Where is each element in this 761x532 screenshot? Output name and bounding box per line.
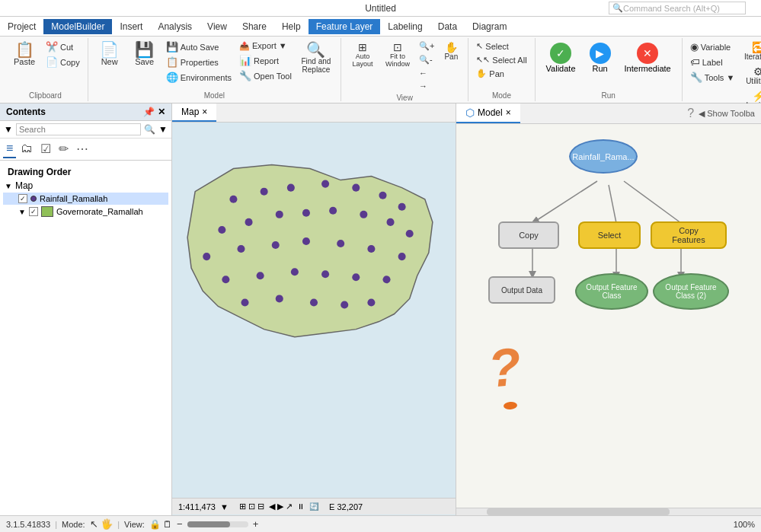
menu-diagram[interactable]: Diagram <box>465 19 514 34</box>
node-output-fc1[interactable]: Output Feature Class <box>575 273 648 310</box>
menu-modelbuilder[interactable]: ModelBuilder <box>43 19 112 34</box>
zoom-slider[interactable] <box>187 521 248 527</box>
tab-drawing[interactable]: ✏ <box>56 140 72 158</box>
menu-share[interactable]: Share <box>235 19 274 34</box>
run-button[interactable]: ▶ Run <box>584 40 617 76</box>
copy-button[interactable]: 📄 Copy <box>43 55 83 69</box>
tab-model[interactable]: ⬡ Model × <box>456 104 520 123</box>
layer-check-governorate[interactable] <box>29 207 38 216</box>
point-12 <box>329 207 337 215</box>
map-tab-close-icon[interactable]: × <box>202 107 207 117</box>
point-2 <box>261 188 268 196</box>
point-10 <box>276 211 283 218</box>
select-button[interactable]: ↖ Select <box>473 40 529 53</box>
point-1 <box>229 196 237 203</box>
node-copy[interactable]: Copy <box>498 221 559 249</box>
map-tab-bar: Map × <box>172 104 456 123</box>
label-button[interactable]: 🏷 Label <box>687 55 738 69</box>
scale-dropdown-icon[interactable]: ▼ <box>220 502 229 511</box>
layer-swatch-rainfall <box>30 196 37 202</box>
zoom-out-status-btn[interactable]: − <box>177 518 183 530</box>
zoom-out-button[interactable]: 🔍- <box>416 53 437 66</box>
filter-icon[interactable]: ▼ <box>4 124 13 135</box>
menu-feature-layer[interactable]: Feature Layer <box>309 19 381 34</box>
tab-selection[interactable]: ☑ <box>37 140 54 158</box>
tab-drawing-order[interactable]: ≡ <box>3 140 16 158</box>
navigate-back-button[interactable]: ← <box>416 67 437 79</box>
open-tool-button[interactable]: 🔧 Open Tool <box>236 68 295 83</box>
menu-help[interactable]: Help <box>274 19 309 34</box>
zoom-in-button[interactable]: 🔍+ <box>416 40 437 53</box>
find-replace-button[interactable]: 🔍 Find and Replace <box>296 40 336 76</box>
status-bar-right: 100% <box>734 520 755 529</box>
point-32 <box>341 301 348 308</box>
report-button[interactable]: 📊 Report <box>236 53 295 68</box>
menu-analysis[interactable]: Analysis <box>150 19 200 34</box>
search-input[interactable] <box>16 123 141 135</box>
node-select[interactable]: Select <box>578 221 641 249</box>
command-search[interactable]: 🔍 Command Search (Alt+Q) <box>609 2 746 14</box>
intermediate-button[interactable]: ✕ Intermediate <box>619 40 677 76</box>
save-button[interactable]: 💾 Save <box>128 40 161 68</box>
map-group-header[interactable]: ▼ Map <box>3 179 168 193</box>
menu-project[interactable]: Project <box>0 19 43 34</box>
properties-icon: 📋 <box>166 56 178 68</box>
menu-view[interactable]: View <box>200 19 235 34</box>
point-19 <box>302 237 310 245</box>
node-output-data[interactable]: Output Data <box>488 276 555 304</box>
node-rainfall[interactable]: Rainfall_Rama... <box>569 139 638 174</box>
layer-item-rainfall[interactable]: Rainfall_Ramallah <box>3 193 168 205</box>
layer-swatch-governorate <box>41 206 53 217</box>
navigate-forward-button[interactable]: → <box>416 80 437 92</box>
tools-button[interactable]: 🔧 Tools ▼ <box>687 70 738 84</box>
auto-save-button[interactable]: 💾 Auto Save <box>163 40 235 54</box>
variable-button[interactable]: ◉ Variable <box>687 40 738 54</box>
search-options-icon[interactable]: ▼ <box>158 124 168 135</box>
layer-item-governorate[interactable]: ▼ Governorate_Ramallah <box>3 205 168 218</box>
arrow-rainfall-copyfeatures <box>624 181 681 223</box>
tab-map[interactable]: Map × <box>172 104 216 122</box>
tab-more[interactable]: ⋯ <box>73 140 91 158</box>
tab-layer-sources[interactable]: 🗂 <box>18 140 36 158</box>
model-tab-close-icon[interactable]: × <box>506 107 511 118</box>
new-button[interactable]: 📄 New <box>93 40 126 68</box>
properties-button[interactable]: 📋 Properties <box>163 55 235 69</box>
sidebar-pin-icon[interactable]: 📌 <box>143 107 155 117</box>
validate-button[interactable]: ✓ Validate <box>540 40 582 76</box>
status-bar-left: 3.1.5.41833 | Mode: ↖ 🖐 | View: 🔒 🗒 − + <box>6 518 727 530</box>
paste-button[interactable]: 📋 Paste <box>8 40 41 68</box>
select-all-button[interactable]: ↖↖ Select All <box>473 53 529 66</box>
zoom-in-status-btn[interactable]: + <box>253 518 259 530</box>
layer-check-rainfall[interactable] <box>18 194 27 203</box>
point-7 <box>398 203 406 211</box>
menu-labeling[interactable]: Labeling <box>380 19 430 34</box>
show-toolbar-button[interactable]: ◀ Show Toolba <box>699 109 755 119</box>
utilities-button[interactable]: ⚙ Utilities <box>739 64 761 88</box>
menu-insert[interactable]: Insert <box>112 19 150 34</box>
map-pane: Map × <box>172 104 456 515</box>
environments-button[interactable]: 🌐 Environments <box>163 70 235 84</box>
fit-to-window-button[interactable]: ⊡ Fit to Window <box>381 40 414 70</box>
help-icon[interactable]: ? <box>687 107 694 120</box>
node-output-fc2[interactable]: Output Feature Class (2) <box>653 273 729 310</box>
point-9 <box>245 218 253 226</box>
model-toolbar-right: ? ◀ Show Toolba <box>681 104 761 123</box>
pan-mode-button[interactable]: ✋ Pan <box>473 67 529 80</box>
view-label: View: <box>124 520 145 529</box>
model-horizontal-scrollbar[interactable] <box>456 508 761 515</box>
sidebar-close-icon[interactable]: ✕ <box>158 107 165 117</box>
search-icon[interactable]: 🔍 <box>144 124 155 135</box>
point-33 <box>367 298 375 306</box>
model-tab-bar: ⬡ Model × ? ◀ Show Toolba <box>456 104 761 124</box>
export-button[interactable]: 📤 Export ▼ <box>236 40 295 53</box>
cut-button[interactable]: ✂️ Cut <box>43 40 83 54</box>
pan-view-button[interactable]: ✋ Pan <box>439 40 463 63</box>
view-label: View <box>346 94 463 102</box>
model-canvas[interactable]: Rainfall_Rama... Copy Select Copy Featur… <box>456 124 761 508</box>
auto-layout-button[interactable]: ⊞ Auto Layout <box>346 40 379 70</box>
node-copy-features[interactable]: Copy Features <box>651 221 727 249</box>
iterators-button[interactable]: 🔁 Iterators <box>739 40 761 63</box>
map-canvas[interactable] <box>172 123 456 498</box>
coordinates-display: E 32,207 <box>329 502 363 511</box>
menu-data[interactable]: Data <box>430 19 465 34</box>
